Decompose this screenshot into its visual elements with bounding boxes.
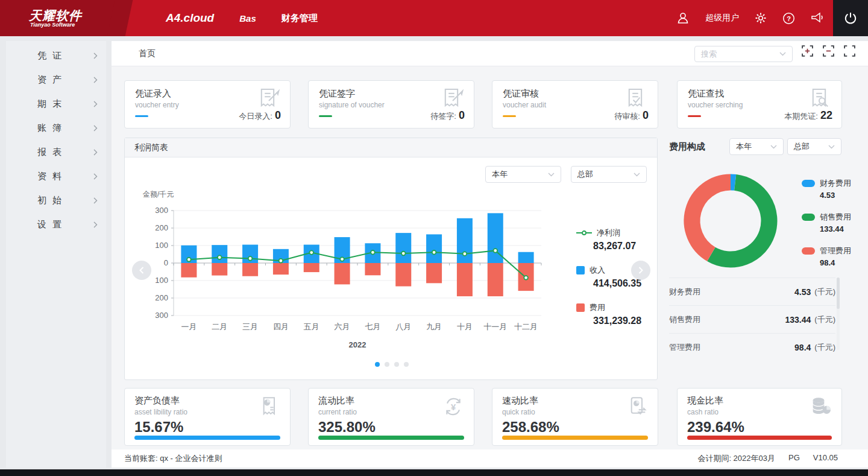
ratio-value: 325.80% bbox=[318, 419, 376, 436]
sidebar-item-settings[interactable]: 设 置 bbox=[6, 212, 106, 236]
sidebar-item-label: 期 末 bbox=[37, 98, 63, 110]
metric-label: 今日录入: bbox=[239, 112, 272, 121]
asset-liability-ratio-card[interactable]: 资产负债率 asset libility ratio 15.67% bbox=[124, 388, 291, 446]
legend-item-expense[interactable]: 费用 331,239.28 bbox=[576, 302, 641, 326]
svg-text:十一月: 十一月 bbox=[483, 322, 507, 331]
svg-text:七月: 七月 bbox=[365, 322, 380, 331]
select-value: 总部 bbox=[794, 141, 810, 152]
profit-period-select[interactable]: 本年 bbox=[485, 166, 561, 183]
metric-value: 0 bbox=[459, 109, 465, 121]
card-title: 凭证签字 bbox=[319, 88, 355, 100]
username[interactable]: 超级用户 bbox=[705, 13, 739, 24]
ratio-value: 258.68% bbox=[502, 419, 559, 436]
expense-label: 销售费用 bbox=[669, 314, 700, 325]
panel-title: 利润简表 bbox=[125, 138, 657, 157]
dashboard-content: 凭证录入 voucher entry 今日录入:0 凭证签字 signature… bbox=[112, 66, 868, 449]
voucher-sign-card[interactable]: 凭证签字 signature of voucher 待签字:0 bbox=[308, 80, 474, 129]
carousel-next-button[interactable] bbox=[631, 261, 650, 280]
cash-ratio-card[interactable]: 现金比率 cash ratio 239.64% bbox=[677, 388, 842, 446]
expense-row[interactable]: 管理费用98.4(千元) bbox=[669, 333, 835, 361]
logo: 天耀软件 Tianyao Software bbox=[0, 0, 121, 36]
card-title: 资产负债率 bbox=[134, 395, 180, 407]
svg-text:300: 300 bbox=[155, 311, 168, 320]
quick-ratio-card[interactable]: 速动比率 quick ratio 258.68% bbox=[492, 388, 658, 446]
sidebar-item-ledgers[interactable]: 账 簿 bbox=[6, 116, 106, 140]
sidebar-item-label: 资 产 bbox=[37, 74, 63, 86]
page-topbar: 首页 搜索 bbox=[112, 41, 868, 66]
nav-item-bas[interactable]: Bas bbox=[239, 13, 256, 24]
help-icon[interactable]: ? bbox=[782, 12, 795, 25]
chip-marker-icon bbox=[802, 247, 815, 255]
carousel-dot[interactable] bbox=[385, 362, 389, 367]
card-subtitle: voucher audit bbox=[503, 101, 546, 109]
legend-label: 财务费用 bbox=[820, 178, 851, 189]
expense-value: 98.4 bbox=[794, 343, 811, 352]
announcement-speaker-icon[interactable] bbox=[811, 12, 825, 24]
logout-power-button[interactable] bbox=[833, 0, 868, 36]
voucher-entry-card[interactable]: 凭证录入 voucher entry 今日录入:0 bbox=[124, 80, 291, 129]
expense-row[interactable]: 财务费用4.53(千元) bbox=[669, 278, 835, 305]
line-marker-icon bbox=[576, 230, 592, 236]
legend-item-admin-expense[interactable]: 管理费用 98.4 bbox=[802, 246, 851, 267]
receipt-edit-icon bbox=[257, 87, 280, 110]
voucher-audit-card[interactable]: 凭证审核 voucher audit 待审核:0 bbox=[492, 80, 658, 129]
expense-period-select[interactable]: 本年 bbox=[729, 138, 784, 155]
ratio-value: 15.67% bbox=[134, 419, 183, 436]
sidebar-item-data[interactable]: 资 料 bbox=[6, 164, 106, 188]
card-title: 现金比率 bbox=[687, 395, 723, 407]
current-ratio-card[interactable]: 流动比率 current ratio ¥ 325.80% bbox=[308, 388, 474, 446]
voucher-search-card[interactable]: 凭证查找 voucher serching 本期凭证:22 bbox=[677, 80, 842, 129]
nav-item-finance[interactable]: 财务管理 bbox=[281, 13, 318, 24]
carousel-prev-button[interactable] bbox=[132, 261, 151, 280]
document-pie-icon bbox=[257, 395, 281, 419]
search-input[interactable]: 搜索 bbox=[694, 46, 793, 62]
nav-item-a4cloud[interactable]: A4.cloud bbox=[166, 11, 214, 25]
expense-row[interactable]: 销售费用133.44(千元) bbox=[669, 305, 835, 333]
search-placeholder: 搜索 bbox=[701, 49, 779, 60]
zoom-out-bracket-icon[interactable] bbox=[823, 45, 834, 57]
svg-text:一月: 一月 bbox=[181, 322, 197, 331]
status-bar: 当前账套: qx - 企业会计准则 会计期间: 2022年03月 PG V10.… bbox=[112, 449, 868, 468]
sidebar-item-voucher[interactable]: 凭 证 bbox=[6, 43, 106, 68]
y-axis-name: 金额/千元 bbox=[143, 189, 174, 200]
svg-text:2022: 2022 bbox=[349, 340, 366, 349]
legend-item-finance-expense[interactable]: 财务费用 4.53 bbox=[802, 178, 851, 200]
user-icon[interactable] bbox=[676, 11, 690, 25]
legend-value: 4.53 bbox=[820, 191, 851, 200]
app-header: 天耀软件 Tianyao Software A4.cloud Bas 财务管理 … bbox=[0, 0, 868, 36]
carousel-dots[interactable] bbox=[125, 362, 658, 367]
tab-home[interactable]: 首页 bbox=[139, 41, 156, 66]
sidebar-item-initial[interactable]: 初 始 bbox=[6, 188, 106, 212]
profit-org-select[interactable]: 总部 bbox=[571, 166, 647, 183]
carousel-dot[interactable] bbox=[404, 362, 409, 367]
legend-item-sales-expense[interactable]: 销售费用 133.44 bbox=[802, 212, 851, 233]
svg-text:¥: ¥ bbox=[451, 402, 456, 412]
coins-pie-icon bbox=[809, 395, 833, 419]
scrollbar-thumb[interactable] bbox=[837, 278, 840, 309]
expense-list: 财务费用4.53(千元) 销售费用133.44(千元) 管理费用98.4(千元) bbox=[669, 278, 835, 361]
settings-gear-icon[interactable] bbox=[755, 12, 767, 24]
svg-text:100: 100 bbox=[155, 276, 168, 285]
metric-value: 0 bbox=[275, 109, 281, 121]
header-actions: 超级用户 ? bbox=[676, 0, 825, 36]
carousel-dot[interactable] bbox=[375, 362, 380, 367]
sidebar-item-assets[interactable]: 资 产 bbox=[6, 68, 106, 92]
fullscreen-bracket-icon[interactable] bbox=[844, 45, 855, 57]
zoom-in-bracket-icon[interactable] bbox=[802, 45, 813, 57]
app-window: 天耀软件 Tianyao Software A4.cloud Bas 财务管理 … bbox=[0, 0, 868, 476]
accent-dash bbox=[319, 115, 332, 117]
currency-cycle-icon: ¥ bbox=[441, 395, 465, 419]
expense-org-select[interactable]: 总部 bbox=[787, 138, 841, 155]
svg-text:十月: 十月 bbox=[457, 322, 473, 331]
sidebar-item-reports[interactable]: 报 表 bbox=[6, 140, 106, 164]
sidebar-item-period-end[interactable]: 期 末 bbox=[6, 92, 106, 116]
legend-item-net-profit[interactable]: 净利润 83,267.07 bbox=[576, 227, 641, 252]
chevron-right-icon bbox=[93, 149, 98, 156]
svg-text:300: 300 bbox=[155, 206, 168, 215]
legend-label: 收入 bbox=[590, 265, 605, 276]
card-subtitle: cash ratio bbox=[687, 408, 719, 416]
scrollbar[interactable] bbox=[837, 278, 840, 350]
carousel-dot[interactable] bbox=[394, 362, 399, 367]
chart-legend: 净利润 83,267.07 收入 414,506.35 费用 331,239.2… bbox=[576, 227, 641, 340]
svg-text:二月: 二月 bbox=[212, 322, 227, 331]
